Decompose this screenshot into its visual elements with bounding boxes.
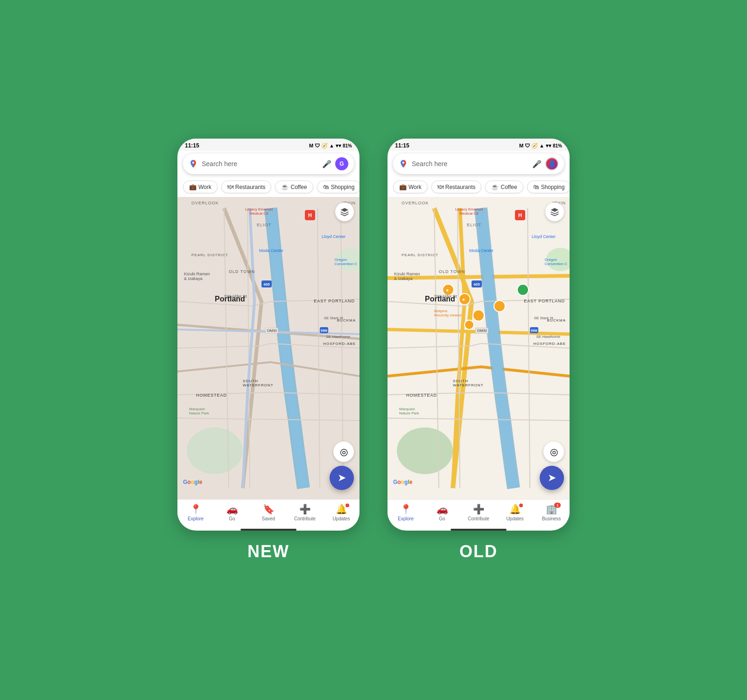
label-eliot-old: ELIOT bbox=[467, 223, 481, 227]
contribute-icon-old: ➕ bbox=[473, 504, 485, 515]
label-legacy-old: Legacy EmanuelMedical Ctr bbox=[455, 207, 483, 216]
gmail-icon-old: M bbox=[519, 143, 523, 148]
battery-old: 81% bbox=[553, 143, 562, 148]
svg-point-16 bbox=[465, 320, 474, 329]
microphone-icon-old[interactable]: 🎤 bbox=[532, 160, 542, 168]
new-phone-frame: 11:15 M 🛡 🧭 ▲ ▾▾ 81% bbox=[177, 139, 359, 531]
go-label-old: Go bbox=[439, 516, 445, 521]
search-area-new: Search here 🎤 G bbox=[177, 151, 359, 178]
label-kizuki: Kizuki Ramen& Izakaya bbox=[184, 272, 210, 281]
chip-coffee-old[interactable]: ☕ Coffee bbox=[485, 181, 523, 193]
updates-label-new: Updates bbox=[332, 516, 350, 521]
business-label-old: Business bbox=[542, 516, 561, 521]
search-bar-old[interactable]: Search here 🎤 👤 bbox=[393, 154, 564, 174]
search-bar-new[interactable]: Search here 🎤 G bbox=[183, 154, 354, 174]
location-btn-new[interactable]: ◎ bbox=[333, 441, 354, 462]
nav-go-new[interactable]: 🚗 Go bbox=[214, 504, 250, 521]
coffee-icon-new: ☕ bbox=[281, 183, 289, 190]
google-maps-pin-old bbox=[399, 159, 408, 168]
svg-point-10 bbox=[397, 427, 453, 474]
directions-fab-old[interactable]: ➤ bbox=[540, 466, 564, 490]
label-marquam-old: MarquamNature Park bbox=[399, 407, 419, 415]
bottom-nav-old: 📍 Explore 🚗 Go ➕ Contribute 🔔 Updates bbox=[388, 499, 570, 527]
search-icons-new: 🎤 G bbox=[322, 157, 348, 170]
label-southwater: SOUTHWATERFRONT bbox=[243, 379, 274, 387]
map-area-old[interactable]: 405 99W ★ ★ OVERLOOK IRVIN ELIOT PEARL D… bbox=[388, 197, 570, 499]
chip-work-new[interactable]: 💼 Work bbox=[183, 181, 218, 193]
label-kizuki-old: Kizuki Ramen& Izakaya bbox=[394, 272, 420, 281]
updates-dot-old bbox=[519, 504, 523, 507]
explore-icon-old: 📍 bbox=[400, 504, 412, 515]
go-icon-old: 🚗 bbox=[437, 504, 448, 515]
svg-text:405: 405 bbox=[473, 282, 480, 287]
nav-go-old[interactable]: 🚗 Go bbox=[424, 504, 460, 521]
map-layers-btn-old[interactable] bbox=[545, 203, 564, 221]
shield-icon: 🛡 bbox=[315, 143, 320, 148]
svg-point-15 bbox=[494, 301, 505, 312]
location-btn-old[interactable]: ◎ bbox=[543, 441, 564, 462]
svg-point-2 bbox=[187, 427, 243, 474]
explore-label-new: Explore bbox=[188, 516, 204, 521]
search-placeholder-old: Search here bbox=[412, 160, 529, 168]
label-sestark: SE Stark St bbox=[324, 316, 343, 320]
search-area-old: Search here 🎤 👤 bbox=[388, 151, 570, 178]
label-modacenter: Moda Center bbox=[259, 248, 283, 253]
chip-restaurants-old[interactable]: 🍽 Restaurants bbox=[431, 181, 482, 193]
chip-shopping-old[interactable]: 🛍 Shopping bbox=[527, 181, 570, 193]
nav-saved-new[interactable]: 🔖 Saved bbox=[250, 504, 287, 521]
label-eastportland-old: EAST PORTLAND bbox=[524, 299, 565, 303]
avatar-old[interactable]: 👤 bbox=[545, 157, 558, 170]
map-layers-btn-new[interactable] bbox=[335, 203, 354, 221]
label-southwater-old: SOUTHWATERFRONT bbox=[453, 379, 484, 387]
label-oregon: OregonConvention C bbox=[335, 258, 357, 266]
map-area-new[interactable]: 405 99W OVERLOOK IRVIN ELIOT PEARL DISTR… bbox=[177, 197, 359, 499]
label-pearl-old: PEARL DISTRICT bbox=[402, 253, 438, 257]
svg-text:99W: 99W bbox=[531, 329, 538, 332]
business-badge-old: 1 bbox=[554, 503, 561, 508]
time-old: 11:15 bbox=[395, 142, 409, 149]
chip-restaurants-new[interactable]: 🍽 Restaurants bbox=[221, 181, 272, 193]
directions-fab-new[interactable]: ➤ bbox=[330, 466, 354, 490]
label-oldtown-old: OLD TOWN bbox=[439, 269, 465, 274]
go-label-new: Go bbox=[229, 516, 235, 521]
contribute-label-old: Contribute bbox=[468, 516, 489, 521]
status-bar-old: 11:15 M 🛡 🧭 ▲ ▾▾ 81% bbox=[388, 139, 570, 151]
gmail-icon: M bbox=[309, 143, 313, 148]
label-lloydcenter: Lloyd Center bbox=[322, 234, 345, 239]
label-homestead: HOMESTEAD bbox=[196, 393, 227, 398]
nav-contribute-old[interactable]: ➕ Contribute bbox=[460, 504, 497, 521]
old-phone-frame: 11:15 M 🛡 🧭 ▲ ▾▾ 81% bbox=[388, 139, 570, 531]
label-sestark-old: SE Stark St bbox=[534, 316, 553, 320]
chip-work-old[interactable]: 💼 Work bbox=[393, 181, 428, 193]
nav-business-old[interactable]: 1 🏢 Business bbox=[533, 504, 570, 521]
nav-explore-new[interactable]: 📍 Explore bbox=[177, 504, 214, 521]
label-omsi: OMSI bbox=[265, 328, 278, 334]
saved-label-new: Saved bbox=[262, 516, 275, 521]
label-eliot: ELIOT bbox=[257, 223, 271, 227]
nav-updates-old[interactable]: 🔔 Updates bbox=[497, 504, 533, 521]
avatar-new[interactable]: G bbox=[335, 157, 348, 170]
microphone-icon-new[interactable]: 🎤 bbox=[322, 160, 331, 168]
explore-icon-new: 📍 bbox=[190, 504, 202, 515]
contribute-label-new: Contribute bbox=[294, 516, 316, 521]
label-legacy: Legacy EmanuelMedical Ctr bbox=[245, 207, 273, 216]
signal-icon-old: ▲ bbox=[539, 143, 544, 148]
label-swalder: SW Alder St bbox=[224, 294, 247, 299]
updates-dot-new bbox=[345, 504, 349, 507]
chip-shopping-new[interactable]: 🛍 Shopping bbox=[317, 181, 359, 193]
chip-coffee-new[interactable]: ☕ Coffee bbox=[275, 181, 313, 193]
label-oldtown: OLD TOWN bbox=[229, 269, 255, 274]
work-icon-new: 💼 bbox=[189, 183, 197, 190]
label-swalder-old: SW Alder St bbox=[434, 294, 457, 299]
nav-updates-new[interactable]: 🔔 Updates bbox=[323, 504, 359, 521]
nav-contribute-new[interactable]: ➕ Contribute bbox=[287, 504, 323, 521]
home-indicator-old bbox=[451, 529, 507, 531]
label-seahawthorne: SE Hawthorne bbox=[326, 335, 350, 339]
comparison-container: 11:15 M 🛡 🧭 ▲ ▾▾ 81% bbox=[177, 139, 570, 561]
shield-icon-old: 🛡 bbox=[525, 143, 530, 148]
nav-explore-old[interactable]: 📍 Explore bbox=[388, 504, 424, 521]
old-phone-wrapper: 11:15 M 🛡 🧭 ▲ ▾▾ 81% bbox=[388, 139, 570, 561]
compass-icon-old: 🧭 bbox=[531, 143, 538, 149]
coffee-icon-old: ☕ bbox=[491, 183, 499, 190]
bottom-nav-new: 📍 Explore 🚗 Go 🔖 Saved ➕ Contribute bbox=[177, 499, 359, 527]
